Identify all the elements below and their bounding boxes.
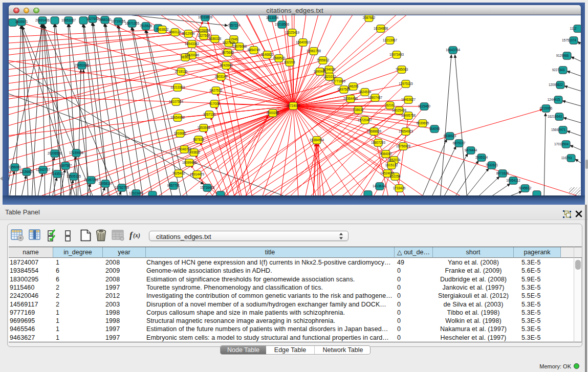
svg-text:1244415: 1244415 bbox=[548, 98, 560, 101]
svg-text:7357224: 7357224 bbox=[228, 24, 241, 27]
svg-text:18807293: 18807293 bbox=[371, 141, 386, 144]
svg-text:146206: 146206 bbox=[347, 84, 359, 88]
svg-text:164095: 164095 bbox=[429, 127, 440, 130]
svg-text:8938923: 8938923 bbox=[444, 134, 456, 138]
svg-text:9084067: 9084067 bbox=[380, 152, 393, 156]
svg-text:18724007: 18724007 bbox=[286, 104, 301, 107]
svg-text:16671355: 16671355 bbox=[125, 21, 140, 25]
svg-text:2718126: 2718126 bbox=[175, 70, 188, 73]
svg-text:9397587: 9397587 bbox=[59, 164, 72, 167]
svg-text:9227343: 9227343 bbox=[552, 68, 565, 72]
svg-text:16210643: 16210643 bbox=[548, 115, 562, 118]
svg-text:852254: 852254 bbox=[389, 174, 401, 178]
svg-text:9327505: 9327505 bbox=[223, 41, 235, 45]
svg-text:9129966: 9129966 bbox=[556, 54, 569, 57]
svg-text:7663822: 7663822 bbox=[156, 28, 169, 31]
svg-text:9115460: 9115460 bbox=[418, 104, 431, 108]
svg-text:16107554: 16107554 bbox=[169, 100, 184, 103]
svg-text:19654923: 19654923 bbox=[399, 129, 413, 133]
svg-text:16914479: 16914479 bbox=[190, 172, 205, 176]
svg-text:14136141: 14136141 bbox=[373, 184, 387, 188]
svg-text:9660124: 9660124 bbox=[169, 30, 182, 34]
svg-text:3875685: 3875685 bbox=[222, 51, 234, 54]
svg-text:6966160: 6966160 bbox=[99, 18, 112, 21]
svg-text:20364436: 20364436 bbox=[343, 97, 358, 100]
svg-text:16640910: 16640910 bbox=[296, 40, 311, 44]
svg-text:1143513: 1143513 bbox=[51, 172, 64, 176]
svg-text:10807487: 10807487 bbox=[368, 96, 383, 99]
svg-text:7485063: 7485063 bbox=[396, 68, 408, 71]
svg-text:6497505: 6497505 bbox=[338, 87, 351, 91]
svg-text:887833: 887833 bbox=[193, 138, 204, 141]
svg-text:17159938: 17159938 bbox=[69, 151, 84, 155]
svg-text:1405571: 1405571 bbox=[15, 20, 28, 24]
svg-text:1353594: 1353594 bbox=[198, 126, 210, 129]
svg-text:10973493: 10973493 bbox=[389, 53, 404, 56]
svg-text:13495758: 13495758 bbox=[401, 114, 416, 117]
svg-text:9457791: 9457791 bbox=[167, 184, 180, 187]
svg-text:12213967: 12213967 bbox=[383, 38, 398, 42]
svg-text:7632621: 7632621 bbox=[486, 163, 498, 167]
svg-text:10719155: 10719155 bbox=[111, 19, 126, 23]
svg-text:20206556: 20206556 bbox=[48, 151, 62, 155]
svg-text:1112: 1112 bbox=[570, 27, 577, 30]
svg-text:13325419: 13325419 bbox=[285, 31, 300, 34]
svg-text:1652074: 1652074 bbox=[388, 158, 401, 162]
svg-text:6039695: 6039695 bbox=[417, 121, 429, 125]
svg-text:29053346: 29053346 bbox=[75, 63, 90, 67]
svg-text:19218506: 19218506 bbox=[275, 23, 290, 26]
svg-text:12093822: 12093822 bbox=[549, 83, 563, 86]
svg-text:10025438: 10025438 bbox=[392, 108, 407, 112]
svg-text:10954112: 10954112 bbox=[506, 179, 520, 182]
svg-text:97771609: 97771609 bbox=[331, 79, 346, 83]
svg-text:1493822: 1493822 bbox=[188, 150, 201, 154]
svg-text:16543382: 16543382 bbox=[185, 42, 200, 46]
svg-text:16099489: 16099489 bbox=[182, 161, 197, 164]
svg-text:16154808: 16154808 bbox=[374, 27, 388, 30]
svg-text:1527602: 1527602 bbox=[86, 17, 99, 20]
svg-text:1615132: 1615132 bbox=[385, 163, 398, 167]
svg-text:19384554: 19384554 bbox=[310, 138, 324, 142]
svg-text:2300285: 2300285 bbox=[267, 111, 279, 115]
svg-text:3824514: 3824514 bbox=[359, 90, 372, 94]
svg-text:12975115: 12975115 bbox=[399, 82, 413, 85]
svg-text:13958117: 13958117 bbox=[98, 182, 113, 185]
svg-text:6216: 6216 bbox=[386, 103, 394, 107]
svg-text:17357255: 17357255 bbox=[84, 178, 99, 182]
svg-text:1733426: 1733426 bbox=[393, 186, 406, 190]
svg-text:3813054: 3813054 bbox=[266, 16, 279, 19]
svg-text:3267110: 3267110 bbox=[203, 113, 216, 116]
svg-text:10654952: 10654952 bbox=[170, 116, 185, 119]
svg-text:12505135: 12505135 bbox=[67, 174, 81, 178]
svg-text:8912954: 8912954 bbox=[182, 32, 195, 35]
svg-text:2803144: 2803144 bbox=[215, 75, 228, 78]
svg-text:12213363: 12213363 bbox=[170, 85, 185, 89]
svg-text:8454749: 8454749 bbox=[248, 48, 260, 52]
svg-text:17016504: 17016504 bbox=[554, 142, 569, 146]
svg-text:2087662: 2087662 bbox=[363, 16, 376, 19]
svg-text:1588520: 1588520 bbox=[273, 56, 286, 60]
svg-text:9474444: 9474444 bbox=[465, 148, 477, 152]
svg-text:20691406: 20691406 bbox=[35, 18, 50, 22]
svg-text:9146821: 9146821 bbox=[261, 53, 274, 56]
svg-text:15720407: 15720407 bbox=[358, 118, 373, 122]
svg-text:417006: 417006 bbox=[209, 102, 220, 105]
svg-text:10653267: 10653267 bbox=[61, 18, 76, 22]
svg-text:1356061: 1356061 bbox=[9, 165, 21, 169]
svg-text:15716485: 15716485 bbox=[200, 186, 215, 189]
svg-text:12156829: 12156829 bbox=[19, 170, 34, 173]
svg-text:16033809: 16033809 bbox=[198, 15, 213, 19]
svg-text:16782759: 16782759 bbox=[115, 186, 129, 189]
svg-text:(x): (x) bbox=[133, 232, 140, 239]
svg-text:23676068: 23676068 bbox=[232, 45, 247, 48]
svg-text:15751074: 15751074 bbox=[562, 38, 577, 42]
svg-text:8471626: 8471626 bbox=[496, 171, 509, 175]
svg-text:19756928: 19756928 bbox=[396, 144, 411, 148]
svg-text:98361: 98361 bbox=[181, 55, 190, 59]
svg-text:9794028: 9794028 bbox=[323, 68, 336, 71]
svg-text:7955812: 7955812 bbox=[317, 58, 330, 62]
svg-text:16643784: 16643784 bbox=[446, 48, 461, 52]
svg-text:9245612: 9245612 bbox=[519, 186, 532, 190]
svg-text:9242848: 9242848 bbox=[220, 63, 233, 67]
svg-text:8215956: 8215956 bbox=[540, 106, 553, 110]
